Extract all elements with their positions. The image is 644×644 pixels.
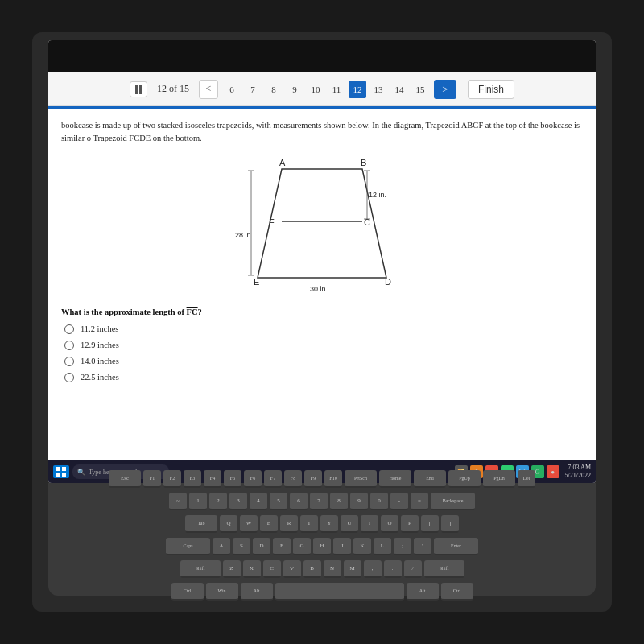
key-f4[interactable]: F4 xyxy=(204,470,221,488)
key-pgup[interactable]: PgUp xyxy=(448,470,481,488)
key-1[interactable]: 1 xyxy=(189,493,207,510)
key-t[interactable]: T xyxy=(300,515,318,533)
nav-num-14[interactable]: 14 xyxy=(390,80,408,98)
key-0[interactable]: 0 xyxy=(370,493,388,510)
key-5[interactable]: 5 xyxy=(270,493,287,510)
nav-num-9[interactable]: 9 xyxy=(286,80,303,98)
key-alt-left[interactable]: Alt xyxy=(241,583,273,601)
key-n[interactable]: N xyxy=(324,560,341,578)
key-a[interactable]: A xyxy=(213,538,230,555)
key-minus[interactable]: - xyxy=(390,493,408,510)
taskbar-icon-7[interactable]: ● xyxy=(547,465,559,478)
key-9[interactable]: 9 xyxy=(350,493,368,510)
key-backspace[interactable]: Backspace xyxy=(431,493,475,510)
key-j[interactable]: J xyxy=(333,538,351,555)
key-e[interactable]: E xyxy=(260,515,278,533)
key-i[interactable]: I xyxy=(361,515,378,533)
key-f8[interactable]: F8 xyxy=(284,470,302,488)
key-comma[interactable]: , xyxy=(364,560,382,578)
key-space[interactable] xyxy=(275,583,404,601)
key-tilde[interactable]: ~ xyxy=(169,493,187,510)
key-u[interactable]: U xyxy=(341,515,358,533)
key-b[interactable]: B xyxy=(303,560,321,578)
key-esc[interactable]: Esc xyxy=(109,470,141,488)
key-shift-right[interactable]: Shift xyxy=(424,560,464,578)
key-k[interactable]: K xyxy=(353,538,371,555)
key-ctrl-left[interactable]: Ctrl xyxy=(171,583,204,601)
key-y[interactable]: Y xyxy=(320,515,338,533)
key-p[interactable]: P xyxy=(401,515,419,533)
key-f3[interactable]: F3 xyxy=(184,470,201,488)
nav-num-10[interactable]: 10 xyxy=(307,80,324,98)
key-f10[interactable]: F10 xyxy=(324,470,342,488)
key-q[interactable]: Q xyxy=(220,515,237,533)
nav-num-12[interactable]: 12 xyxy=(349,80,366,98)
key-f[interactable]: F xyxy=(273,538,291,555)
key-ctrl-right[interactable]: Ctrl xyxy=(441,583,473,601)
key-z[interactable]: Z xyxy=(223,560,241,578)
key-f9[interactable]: F9 xyxy=(304,470,322,488)
option-a-row[interactable]: 11.2 inches xyxy=(64,324,583,334)
radio-b[interactable] xyxy=(64,341,74,350)
key-slash[interactable]: / xyxy=(404,560,422,578)
key-f6[interactable]: F6 xyxy=(244,470,262,488)
nav-arrow-left[interactable]: < xyxy=(199,80,218,99)
key-d[interactable]: D xyxy=(253,538,270,555)
finish-button[interactable]: Finish xyxy=(468,80,514,99)
key-7[interactable]: 7 xyxy=(310,493,328,510)
key-home[interactable]: Home xyxy=(379,470,411,488)
key-f1[interactable]: F1 xyxy=(143,470,161,488)
windows-icon xyxy=(56,467,66,477)
key-win[interactable]: Win xyxy=(206,583,238,601)
pause-button[interactable] xyxy=(130,81,147,97)
key-f2[interactable]: F2 xyxy=(163,470,181,488)
radio-a[interactable] xyxy=(64,324,74,334)
key-6[interactable]: 6 xyxy=(290,493,308,510)
key-g[interactable]: G xyxy=(293,538,311,555)
option-c-row[interactable]: 14.0 inches xyxy=(64,357,583,366)
nav-arrow-right[interactable]: > xyxy=(434,80,456,99)
radio-c[interactable] xyxy=(64,357,74,366)
key-l[interactable]: L xyxy=(374,538,391,555)
key-del[interactable]: Del xyxy=(518,470,535,488)
key-r[interactable]: R xyxy=(280,515,298,533)
key-v[interactable]: V xyxy=(283,560,301,578)
key-3[interactable]: 3 xyxy=(229,493,247,510)
key-equals[interactable]: = xyxy=(411,493,428,510)
key-w[interactable]: W xyxy=(240,515,258,533)
key-semicolon[interactable]: ; xyxy=(394,538,411,555)
start-button[interactable] xyxy=(53,465,69,478)
key-period[interactable]: . xyxy=(384,560,402,578)
key-o[interactable]: O xyxy=(381,515,398,533)
key-caps[interactable]: Caps xyxy=(166,538,210,555)
key-x[interactable]: X xyxy=(243,560,261,578)
key-shift-left[interactable]: Shift xyxy=(180,560,221,578)
nav-num-13[interactable]: 13 xyxy=(369,80,387,98)
key-4[interactable]: 4 xyxy=(250,493,267,510)
option-d-row[interactable]: 22.5 inches xyxy=(64,373,583,382)
key-s[interactable]: S xyxy=(233,538,250,555)
key-c[interactable]: C xyxy=(263,560,281,578)
key-alt-right[interactable]: Alt xyxy=(407,583,439,601)
key-tab[interactable]: Tab xyxy=(185,515,217,533)
key-8[interactable]: 8 xyxy=(330,493,348,510)
key-bracket-r[interactable]: ] xyxy=(441,515,459,533)
nav-num-11[interactable]: 11 xyxy=(328,80,345,98)
key-prtscn[interactable]: PrtScn xyxy=(345,470,377,488)
key-pgdn[interactable]: PgDn xyxy=(483,470,515,488)
key-f7[interactable]: F7 xyxy=(264,470,282,488)
key-quote[interactable]: ' xyxy=(414,538,431,555)
nav-num-6[interactable]: 6 xyxy=(223,80,241,98)
nav-num-15[interactable]: 15 xyxy=(411,80,429,98)
option-b-row[interactable]: 12.9 inches xyxy=(64,341,583,350)
key-enter[interactable]: Enter xyxy=(434,538,478,555)
key-f5[interactable]: F5 xyxy=(224,470,242,488)
radio-d[interactable] xyxy=(64,373,74,382)
nav-num-8[interactable]: 8 xyxy=(265,80,283,98)
key-m[interactable]: M xyxy=(344,560,361,578)
nav-num-7[interactable]: 7 xyxy=(244,80,262,98)
key-2[interactable]: 2 xyxy=(209,493,227,510)
key-bracket-l[interactable]: [ xyxy=(421,515,439,533)
key-h[interactable]: H xyxy=(313,538,331,555)
key-end[interactable]: End xyxy=(414,470,446,488)
